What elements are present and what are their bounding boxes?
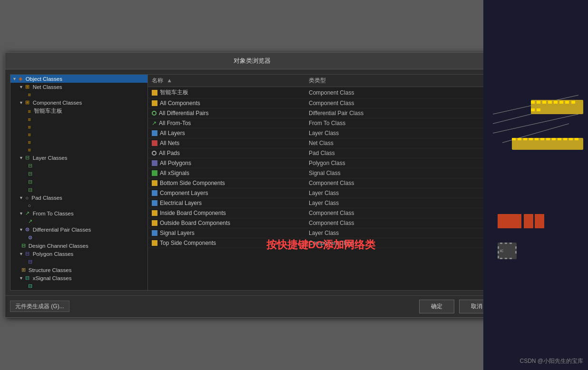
tree-item-xsignal-classes[interactable]: ▼ ⊟ xSignal Classes: [10, 274, 147, 282]
cell-name: All Pads: [152, 150, 309, 156]
svg-rect-35: [510, 243, 512, 244]
tree-item-zhiche-zhuban[interactable]: ≡ 智能车主板: [10, 107, 147, 116]
tree-item-structure-classes[interactable]: ⊞ Structure Classes: [10, 266, 147, 274]
tree-icon: ⊟: [28, 163, 32, 169]
tree-arrow: [26, 284, 27, 289]
tree-item-polygon-classes[interactable]: ▼ ⊟ Polygon Classes: [10, 250, 147, 258]
tree-item-inside-board[interactable]: ≡: [10, 131, 147, 138]
svg-rect-18: [518, 138, 521, 140]
tree-arrow: [26, 92, 27, 97]
tree-item-component-layers-sub[interactable]: ⊟: [10, 170, 147, 178]
tree-item-all-pads-sub[interactable]: ○: [10, 202, 147, 209]
generator-label[interactable]: 元件类生成器 (G)...: [10, 301, 69, 312]
cell-name: All Components: [152, 100, 309, 107]
cell-type: Component Class: [309, 89, 490, 96]
tree-item-component-classes[interactable]: ▼ ⊞ Component Classes: [10, 98, 147, 107]
tree-item-all-polygons-sub[interactable]: ⊟: [10, 258, 147, 266]
tree-arrow: ▼: [19, 100, 24, 105]
table-row[interactable]: Inside Board Components Component Class: [148, 208, 494, 218]
svg-rect-9: [548, 101, 552, 104]
tree-item-signal-layers-sub[interactable]: ⊟: [10, 186, 147, 194]
tree-item-outside-board[interactable]: ≡: [10, 138, 147, 146]
table-row[interactable]: 智能车主板 Component Class: [148, 87, 494, 98]
tree-item-pad-classes[interactable]: ▼ ○ Pad Classes: [10, 194, 147, 202]
table-row[interactable]: All xSignals Signal Class: [148, 168, 494, 178]
svg-rect-25: [558, 138, 561, 140]
cell-name: ↗ All From-Tos: [152, 120, 309, 127]
svg-rect-39: [498, 246, 499, 249]
svg-rect-10: [554, 101, 558, 104]
table-row[interactable]: Component Layers Layer Class: [148, 188, 494, 198]
tree-item-object-classes[interactable]: ▼ ◈ Object Classes: [10, 75, 147, 83]
table-row[interactable]: All Polygons Polygon Class: [148, 158, 494, 168]
table-row[interactable]: Signal Layers Layer Class: [148, 228, 494, 238]
tree-arrow: [19, 268, 20, 273]
tree-icon: ⊞: [25, 84, 29, 90]
tree-icon: ≡: [28, 139, 31, 145]
tree-item-bottom-side[interactable]: ≡: [10, 123, 147, 131]
table-row[interactable]: Electrical Layers Layer Class: [148, 198, 494, 208]
tree-arrow: ▼: [12, 77, 18, 81]
tree-item-all-from-tos-sub[interactable]: ↗: [10, 217, 147, 225]
cell-name: Electrical Layers: [152, 200, 309, 206]
cell-name: All Differential Pairs: [152, 110, 309, 117]
tree-item-all-nets-sub[interactable]: ≡: [10, 91, 147, 98]
tree-item-layer-classes[interactable]: ▼ ⊟ Layer Classes: [10, 154, 147, 162]
svg-rect-42: [515, 246, 517, 249]
table-row[interactable]: Bottom Side Components Component Class: [148, 178, 494, 188]
table-row[interactable]: Top Side Components Component Class: [148, 238, 494, 248]
tree-item-all-layers-sub[interactable]: ⊟: [10, 162, 147, 170]
tree-item-net-classes[interactable]: ▼ ⊞ Net Classes: [10, 83, 147, 91]
confirm-button[interactable]: 确定: [419, 300, 454, 313]
svg-rect-41: [498, 256, 499, 258]
table-row[interactable]: All Pads Pad Class: [148, 148, 494, 158]
table-row[interactable]: All Layers Layer Class: [148, 128, 494, 138]
table-row[interactable]: All Differential Pairs Differential Pair…: [148, 108, 494, 118]
cell-name: All Nets: [152, 140, 309, 146]
tree-label: Pad Classes: [31, 195, 62, 201]
cell-type: Component Class: [309, 210, 490, 216]
row-icon: [152, 90, 157, 96]
svg-rect-20: [529, 138, 533, 140]
tree-item-top-side[interactable]: ≡: [10, 146, 147, 154]
tree-arrow: ▼: [19, 85, 24, 89]
row-icon: [152, 140, 157, 146]
tree-label: From To Classes: [33, 211, 74, 216]
dialog-title: 对象类浏览器: [20, 57, 484, 65]
dialog-footer: 元件类生成器 (G)... 确定 取消: [5, 295, 499, 317]
tree-item-all-xsignals-sub[interactable]: ⊟: [10, 282, 147, 290]
tree-icon: ≡: [28, 132, 31, 137]
svg-rect-14: [531, 108, 535, 111]
table-row[interactable]: All Nets Net Class: [148, 138, 494, 148]
table-row[interactable]: ↗ All From-Tos From To Class: [148, 118, 494, 128]
tree-item-electrical-layers-sub[interactable]: ⊟: [10, 178, 147, 186]
tree-item-all-diff-pairs-sub[interactable]: ⊜: [10, 234, 147, 242]
col-name-header[interactable]: 名称 ▲: [152, 77, 309, 85]
cell-type: Layer Class: [309, 130, 490, 136]
tree-item-from-to-classes[interactable]: ▼ ↗ From To Classes: [10, 209, 147, 217]
svg-rect-21: [535, 138, 539, 140]
table-row[interactable]: Outside Board Components Component Class: [148, 218, 494, 228]
table-content: 智能车主板 Component Class All Components Com…: [148, 87, 494, 290]
cell-name: Component Layers: [152, 190, 309, 196]
tree-item-design-channel[interactable]: ⊟ Design Channel Classes: [10, 242, 147, 250]
tree-label: Differential Pair Classes: [33, 227, 91, 233]
tree-item-all-components-sub[interactable]: ≡: [10, 116, 147, 123]
tree-arrow: [26, 140, 27, 145]
table-row[interactable]: All Components Component Class: [148, 98, 494, 108]
row-icon: [152, 210, 157, 216]
cell-type: Component Class: [309, 100, 490, 107]
svg-rect-30: [524, 214, 533, 228]
dialog-body: ▼ ◈ Object Classes ▼ ⊞ Net Classes ≡ ▼ ⊞…: [5, 69, 499, 295]
cell-name: Outside Board Components: [152, 220, 309, 226]
svg-rect-40: [498, 251, 499, 253]
cell-type: Signal Class: [309, 170, 490, 176]
sort-arrow: ▲: [167, 77, 172, 84]
cell-type: Component Class: [309, 240, 490, 246]
tree-icon: ⊟: [28, 171, 32, 177]
tree-arrow: [26, 132, 27, 137]
tree-label: 智能车主板: [34, 107, 62, 115]
svg-rect-11: [559, 101, 563, 104]
tree-label: Object Classes: [26, 76, 62, 82]
tree-item-diff-pair-classes[interactable]: ▼ ⊜ Differential Pair Classes: [10, 225, 147, 234]
